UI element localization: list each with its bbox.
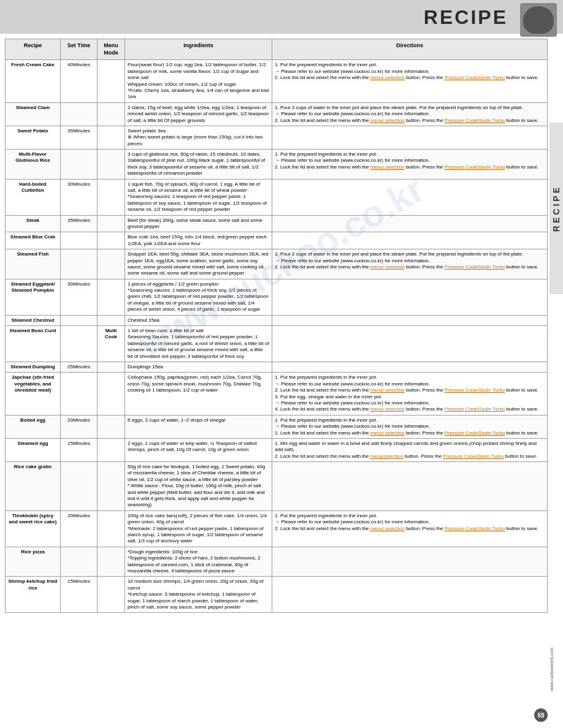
set-time-cell bbox=[61, 326, 98, 362]
table-row: Steamed ChestnutChestnut 15ea bbox=[6, 315, 548, 325]
link-text: Pressure Cook/Glutin Turbo bbox=[445, 75, 505, 80]
set-time-cell: 20Minutes bbox=[61, 510, 98, 547]
directions-cell bbox=[272, 362, 548, 373]
link-text: menu/ selection bbox=[370, 164, 405, 170]
directions-cell bbox=[272, 315, 548, 325]
recipe-name-cell: Shrimp ketchup fried rice bbox=[6, 577, 61, 613]
ingredients-cell: 3 cups of glutinous rice, 60g of raisin,… bbox=[125, 150, 272, 180]
ingredients-cell: 10 medium size shrimps, 1/4 green onion,… bbox=[125, 577, 272, 613]
directions-cell: 1. Pour 2 cups of water in the inner pot… bbox=[272, 249, 548, 279]
recipe-name-cell: Steak bbox=[6, 215, 61, 232]
header: RECIPE bbox=[0, 0, 563, 34]
menu-mode-cell bbox=[98, 249, 125, 279]
ingredients-cell: Flour(weak flour) 1/2 cup, egg 2ea, 1/2 … bbox=[125, 60, 272, 102]
main-content: Recipe Set Time Menu Mode Ingredients Di… bbox=[0, 34, 563, 618]
directions-cell bbox=[272, 326, 548, 362]
ingredients-cell: 200g of rice cake bars(soft), 2 pieces o… bbox=[125, 510, 272, 547]
link-text: menu/ selection bbox=[370, 406, 405, 412]
set-time-cell: 35Minutes bbox=[61, 126, 98, 149]
set-time-cell bbox=[61, 102, 98, 126]
recipe-name-cell: Steamed Bean Curd bbox=[6, 326, 61, 362]
ingredients-cell: 2 eggs, 1 cups of water or kelp water, ¼… bbox=[125, 438, 272, 461]
set-time-cell: 15Minutes bbox=[61, 438, 98, 461]
recipe-name-cell: Steamed egg bbox=[6, 438, 61, 461]
link-text: Pressure Cook/Glutin Turbo bbox=[445, 406, 505, 412]
recipe-name-cell: Steamed Eggplant/ Steamed Pumpkin bbox=[6, 279, 61, 315]
link-text: menu/ selection bbox=[370, 387, 405, 393]
header-title: RECIPE bbox=[424, 6, 508, 28]
set-time-cell bbox=[61, 232, 98, 249]
set-time-cell bbox=[61, 315, 98, 325]
side-label-text: RECIPE bbox=[551, 185, 561, 232]
menu-mode-cell bbox=[98, 462, 125, 511]
table-row: Steamed Blue CrabBlue crab 1ea, beef 150… bbox=[6, 232, 548, 249]
link-text: menu/ selection bbox=[370, 526, 405, 531]
recipe-name-cell: Steamed Fish bbox=[6, 249, 61, 279]
directions-cell bbox=[272, 215, 548, 232]
recipe-name-cell: Tteokbokki (spicy and sweet rice cake) bbox=[6, 510, 61, 547]
menu-mode-cell bbox=[98, 126, 125, 149]
recipe-name-cell: Steamed Clam bbox=[6, 102, 61, 126]
ingredients-cell: 50g of rice cake for tteokguk, 1 boiled … bbox=[125, 462, 272, 511]
ingredients-cell: Chestnut 15ea bbox=[125, 315, 272, 325]
recipe-name-cell: Fresh Cream Cake bbox=[6, 60, 61, 102]
set-time-cell: 35Minutes bbox=[61, 215, 98, 232]
directions-cell bbox=[272, 279, 548, 315]
menu-mode-cell bbox=[98, 60, 125, 102]
set-time-cell: 30Minutes bbox=[61, 179, 98, 215]
table-row: Steamed Eggplant/ Steamed Pumpkin30Minut… bbox=[6, 279, 548, 315]
ingredients-cell: Sweet potato 3ea※ When sweet potato is l… bbox=[125, 126, 272, 149]
ingredients-cell: *Dough ingredients: 100g of rice*Topping… bbox=[125, 547, 272, 577]
menu-mode-cell bbox=[98, 150, 125, 180]
set-time-cell: 20Minutes bbox=[61, 415, 98, 438]
col-recipe: Recipe bbox=[6, 39, 61, 60]
recipe-name-cell: Steamed Chestnut bbox=[6, 315, 61, 325]
logo-image bbox=[523, 6, 554, 34]
table-row: Steamed egg15Minutes2 eggs, 1 cups of wa… bbox=[6, 438, 548, 461]
recipe-name-cell: Hard-boiled Cuttlefish bbox=[6, 179, 61, 215]
table-row: Steamed FishSnapper 1EA, beet 50g, shiit… bbox=[6, 249, 548, 279]
link-text: Pressure Cook/Glutin Turbo bbox=[443, 453, 504, 459]
menu-mode-cell bbox=[98, 577, 125, 613]
link-text: Pressure Cook/Glutin Turbo bbox=[445, 264, 505, 270]
table-row: Japchae (stir-fried vegetables, and shre… bbox=[6, 373, 548, 415]
directions-cell bbox=[272, 577, 548, 613]
menu-mode-cell bbox=[98, 102, 125, 126]
link-text: menu/ selection bbox=[370, 118, 405, 123]
set-time-cell: 30Minutes bbox=[61, 279, 98, 315]
set-time-cell: 40Minutes bbox=[61, 60, 98, 102]
header-logo bbox=[520, 3, 557, 37]
website-label: www.cuckooworld.com bbox=[550, 648, 563, 691]
directions-cell bbox=[272, 179, 548, 215]
menu-mode-cell bbox=[98, 415, 125, 438]
table-row: Hard-boiled Cuttlefish30Minutes1 squid f… bbox=[6, 179, 548, 215]
recipe-table: Recipe Set Time Menu Mode Ingredients Di… bbox=[5, 39, 548, 613]
ingredients-cell: Beef (for steak) 200g, some steak sauce,… bbox=[125, 215, 272, 232]
recipe-name-cell: Boiled egg bbox=[6, 415, 61, 438]
menu-mode-cell bbox=[98, 179, 125, 215]
set-time-cell bbox=[61, 547, 98, 577]
table-row: Rice cake gratin50g of rice cake for tte… bbox=[6, 462, 548, 511]
menu-mode-cell bbox=[98, 232, 125, 249]
table-row: Steamed Bean CurdMulti Cook1 set of bean… bbox=[6, 326, 548, 362]
table-row: Tteokbokki (spicy and sweet rice cake)20… bbox=[6, 510, 548, 547]
ingredients-cell: Cellophane 150g, paprika(green, red) eac… bbox=[125, 373, 272, 415]
link-text: Pressure Cook/Glutin Turbo bbox=[445, 430, 505, 436]
table-row: Sweet Potato35MinutesSweet potato 3ea※ W… bbox=[6, 126, 548, 149]
ingredients-cell: Dumplings 15ea bbox=[125, 362, 272, 373]
directions-cell bbox=[272, 462, 548, 511]
ingredients-cell: 1 pieces of eggplants / 1/2 green pumpki… bbox=[125, 279, 272, 315]
link-text: Pressure Cook/Glutin Turbo bbox=[445, 118, 505, 123]
menu-mode-cell bbox=[98, 373, 125, 415]
directions-cell bbox=[272, 126, 548, 149]
directions-cell: 1. Mix egg and water or water in a bowl … bbox=[272, 438, 548, 461]
directions-cell: 1. Put the prepared ingredients in the i… bbox=[272, 510, 548, 547]
recipe-name-cell: Japchae (stir-fried vegetables, and shre… bbox=[6, 373, 61, 415]
menu-mode-cell: Multi Cook bbox=[98, 326, 125, 362]
link-text: menu/ selection bbox=[370, 264, 405, 270]
col-menu-mode: Menu Mode bbox=[98, 39, 125, 60]
col-set-time: Set Time bbox=[61, 39, 98, 60]
link-text: menu/ selection bbox=[370, 75, 405, 80]
directions-cell bbox=[272, 232, 548, 249]
table-row: Fresh Cream Cake40MinutesFlour(weak flou… bbox=[6, 60, 548, 102]
